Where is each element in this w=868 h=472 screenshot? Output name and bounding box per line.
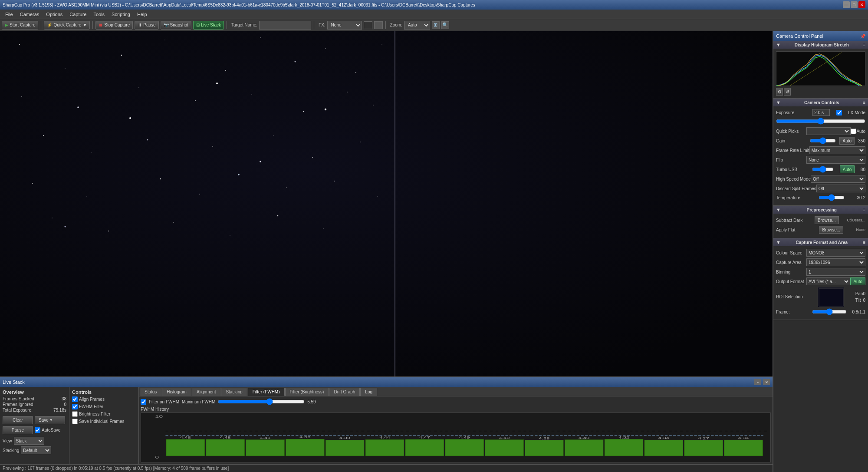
toolbar-separator-5: [385, 21, 386, 29]
quick-picks-row: Quick Picks Auto: [776, 127, 865, 135]
exposure-input[interactable]: [812, 109, 830, 116]
temperature-slider[interactable]: [819, 194, 845, 201]
palette-button[interactable]: [374, 21, 383, 29]
fit-icon[interactable]: ⊞: [432, 21, 440, 29]
subtract-dark-row: Subtract Dark Browse... C:\Users...: [776, 216, 865, 224]
close-button[interactable]: ✕: [858, 1, 865, 8]
colour-space-dropdown[interactable]: MONO8: [806, 249, 865, 257]
search-icon[interactable]: 🔍: [441, 21, 449, 29]
turbo-usb-slider[interactable]: [812, 166, 834, 173]
tab-alignment[interactable]: Alignment: [192, 388, 220, 396]
capture-format-body: Colour Space MONO8 Capture Area 1936x109…: [773, 246, 868, 320]
panel-detach-button[interactable]: −: [754, 379, 761, 385]
pause-stack-button[interactable]: Pause: [3, 426, 33, 434]
output-auto-button[interactable]: Auto: [850, 277, 865, 285]
high-speed-dropdown[interactable]: Off: [811, 175, 865, 183]
exposure-slider[interactable]: [776, 118, 865, 125]
apply-flat-browse-button[interactable]: Browse...: [819, 226, 843, 234]
bottom-middle-controls: Controls Align Frames FWHM Filter Bright…: [69, 387, 139, 464]
quick-capture-button[interactable]: ⚡ Quick Capture ▼: [44, 21, 90, 30]
svg-point-21: [91, 152, 91, 153]
view-select[interactable]: Stack: [14, 437, 44, 445]
fx-dropdown[interactable]: None: [327, 21, 362, 30]
panel-close-button[interactable]: ✕: [763, 379, 770, 385]
menu-tools[interactable]: Tools: [90, 11, 108, 18]
pin-button[interactable]: 📌: [860, 34, 865, 39]
pan-label: Pan: [855, 291, 863, 296]
right-panel-title: Camera Control Panel: [776, 33, 823, 39]
binning-dropdown[interactable]: 1: [806, 268, 865, 276]
binning-label: Binning: [776, 270, 806, 274]
view-label-text: View: [3, 439, 12, 443]
menu-cameras[interactable]: Cameras: [16, 11, 43, 18]
capture-format-header[interactable]: ▼ Capture Format and Area ≡: [773, 238, 868, 246]
tab-stacking[interactable]: Stacking: [221, 388, 247, 396]
svg-text:0: 0: [155, 455, 159, 460]
start-capture-button[interactable]: ▶ Start Capture: [2, 21, 38, 30]
histogram-reset-button[interactable]: ↺: [784, 88, 791, 96]
align-frames-checkbox[interactable]: [72, 396, 78, 402]
tab-filter-fwhm[interactable]: Filter (FWHM): [248, 388, 285, 396]
auto-checkbox[interactable]: [851, 129, 856, 134]
subtract-dark-browse-button[interactable]: Browse...: [815, 216, 839, 224]
turbo-usb-row: Turbo USB Auto 80: [776, 165, 865, 173]
tab-log[interactable]: Log: [360, 388, 377, 396]
stop-capture-button[interactable]: ⏹ Stop Capture: [95, 21, 133, 30]
clear-button[interactable]: Clear: [3, 416, 33, 424]
gain-auto-button[interactable]: Auto: [839, 137, 855, 145]
dropdown-arrow-icon: ▼: [82, 23, 87, 27]
lx-mode-checkbox[interactable]: [836, 110, 842, 116]
tab-drift-graph[interactable]: Drift Graph: [329, 388, 360, 396]
snapshot-button[interactable]: 📷 Snapshot: [161, 21, 191, 30]
camera-controls-header[interactable]: ▼ Camera Controls ≡: [773, 99, 868, 106]
menu-capture[interactable]: Capture: [66, 11, 90, 18]
menu-scripting[interactable]: Scripting: [108, 11, 134, 18]
zoom-dropdown[interactable]: Auto: [404, 21, 430, 30]
svg-point-14: [138, 87, 139, 88]
tilt-label: Tilt: [855, 298, 861, 303]
output-format-dropdown[interactable]: AVI files (*.a...: [806, 277, 850, 285]
histogram-settings-button[interactable]: ⚙: [776, 88, 783, 96]
color-picker[interactable]: [364, 21, 372, 29]
panel-controls: − ✕: [754, 379, 770, 385]
autosave-checkbox[interactable]: [35, 427, 40, 433]
preprocessing-header[interactable]: ▼ Preprocessing ≡: [773, 206, 868, 214]
live-stack-button[interactable]: ⊞ Live Stack: [193, 21, 224, 30]
svg-point-31: [238, 174, 240, 175]
target-name-input[interactable]: [259, 21, 311, 30]
tab-histogram[interactable]: Histogram: [162, 388, 191, 396]
tab-status[interactable]: Status: [140, 388, 161, 396]
stacking-select[interactable]: Default: [21, 446, 51, 454]
svg-point-33: [334, 181, 335, 182]
flip-dropdown[interactable]: None: [806, 156, 865, 164]
menu-file[interactable]: File: [2, 11, 16, 18]
tab-filter-brightness[interactable]: Filter (Brightness): [285, 388, 329, 396]
pause-autosave-row: Pause AutoSave: [3, 426, 66, 434]
collapse-capture-icon: ▼: [776, 240, 781, 245]
gain-slider[interactable]: [810, 137, 836, 144]
menu-options[interactable]: Options: [43, 11, 66, 18]
maximize-button[interactable]: □: [851, 1, 858, 8]
pause-button[interactable]: ⏸ Pause: [135, 21, 158, 30]
fwhm-filter-checkbox[interactable]: [72, 404, 78, 409]
histogram-section-header[interactable]: ▼ Display Histogram Stretch ≡: [773, 41, 868, 49]
discard-split-dropdown[interactable]: Off: [816, 185, 865, 192]
save-button[interactable]: Save ▼: [35, 416, 65, 424]
save-individual-checkbox[interactable]: [72, 419, 78, 424]
filter-on-fwhm-checkbox[interactable]: [141, 399, 146, 405]
turbo-usb-auto-button[interactable]: Auto: [840, 165, 855, 173]
capture-area-dropdown[interactable]: 1936x1096: [806, 258, 865, 266]
controls-title: Controls: [72, 389, 136, 395]
menu-help[interactable]: Help: [134, 11, 151, 18]
frame-rate-dropdown[interactable]: Maximum: [809, 146, 865, 154]
quick-picks-dropdown[interactable]: [806, 127, 851, 135]
svg-rect-55: [286, 439, 325, 456]
minimize-button[interactable]: —: [843, 1, 850, 8]
max-fwhm-slider[interactable]: [218, 398, 305, 405]
svg-text:4.48: 4.48: [220, 436, 231, 439]
frame-slider[interactable]: [812, 308, 847, 315]
brightness-filter-checkbox[interactable]: [72, 411, 78, 417]
preprocessing-body: Subtract Dark Browse... C:\Users... Appl…: [773, 214, 868, 238]
status-text: Previewing : 167 frames (0 dropped) in 0…: [3, 466, 229, 471]
turbo-usb-label: Turbo USB: [776, 167, 806, 172]
